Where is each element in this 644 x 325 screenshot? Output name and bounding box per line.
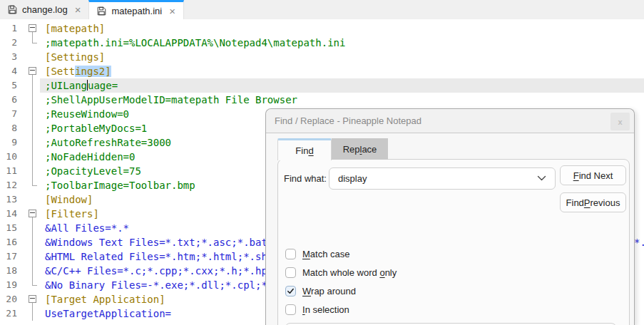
line-number: 10 <box>0 150 19 164</box>
checkbox-label: Match case <box>302 249 350 259</box>
match-whole-word-only-checkbox[interactable]: Match whole word only <box>285 267 397 279</box>
tab-bar: change.log×matepath.ini× <box>0 0 644 19</box>
code-text: [Settings] <box>40 50 644 64</box>
line-number: 17 <box>0 249 19 264</box>
checkbox-label: In selection <box>302 304 349 315</box>
fold-margin <box>19 93 40 107</box>
line-number: 21 <box>0 306 19 321</box>
line-number: 1 <box>0 21 19 36</box>
fold-margin <box>19 78 40 93</box>
fold-collapse-icon[interactable] <box>29 210 36 217</box>
code-line[interactable]: 6;ShellAppUserModelID=matepath File Brow… <box>0 93 644 107</box>
line-number: 6 <box>0 93 19 107</box>
checkbox-unchecked[interactable] <box>285 304 296 315</box>
line-number: 18 <box>0 264 19 278</box>
fold-margin <box>19 306 40 321</box>
match-case-checkbox[interactable]: Match case <box>285 248 397 260</box>
fold-margin <box>19 164 40 178</box>
fold-collapse-icon[interactable] <box>29 295 36 303</box>
line-number: 8 <box>0 121 19 135</box>
close-icon[interactable]: × <box>75 4 81 15</box>
tab-label: change.log <box>22 4 68 15</box>
close-icon: x <box>618 118 622 126</box>
fold-collapse-icon[interactable] <box>29 24 36 32</box>
in-selection-checkbox[interactable]: In selection <box>285 304 397 316</box>
dialog-panel: Find what: display Find NextFind Previou… <box>277 159 630 325</box>
dialog-buttons: Find NextFind Previous <box>560 165 626 212</box>
dialog-titlebar[interactable]: Find / Replace - Pineapple Notepad <box>266 109 634 133</box>
save-icon <box>97 6 106 16</box>
code-text: ;matepath.ini=%LOCALAPPDATA%\Notepad4\ma… <box>40 36 644 50</box>
fold-margin <box>19 264 40 278</box>
line-number: 12 <box>0 178 19 192</box>
fold-margin <box>19 64 40 78</box>
dialog-tab-replace[interactable]: Replace <box>332 138 388 160</box>
line-number: 4 <box>0 64 19 78</box>
find-replace-dialog: Find / Replace - Pineapple Notepad x Fin… <box>265 108 635 325</box>
fold-margin <box>19 178 40 192</box>
save-icon <box>8 5 17 14</box>
dialog-checkboxes: Match caseMatch whole word onlyWrap arou… <box>285 248 397 316</box>
code-line[interactable]: 2;matepath.ini=%LOCALAPPDATA%\Notepad4\m… <box>0 36 644 50</box>
fold-margin <box>19 278 40 292</box>
fold-margin <box>19 235 40 249</box>
line-number: 20 <box>0 292 19 306</box>
fold-margin <box>19 121 40 135</box>
code-line[interactable]: 1[matepath] <box>0 21 644 36</box>
code-line[interactable]: 3[Settings] <box>0 50 644 64</box>
line-number: 14 <box>0 207 19 221</box>
line-number: 3 <box>0 50 19 64</box>
line-number: 19 <box>0 278 19 292</box>
app-window: change.log×matepath.ini× 1[matepath]2;ma… <box>0 0 644 325</box>
find-what-label: Find what: <box>284 173 327 184</box>
line-number: 5 <box>0 78 19 93</box>
chevron-down-icon <box>537 175 546 182</box>
fold-margin <box>19 50 40 64</box>
checkbox-checked[interactable] <box>285 286 296 296</box>
line-number: 7 <box>0 107 19 121</box>
dialog-tabs: FindReplace <box>277 138 388 160</box>
checkbox-unchecked[interactable] <box>285 267 296 278</box>
dialog-close-button[interactable]: x <box>610 113 630 130</box>
code-text: ;ShellAppUserModelID=matepath File Brows… <box>40 93 644 107</box>
line-number: 16 <box>0 235 19 249</box>
code-line[interactable]: 4[Settings2] <box>0 64 644 78</box>
line-number: 2 <box>0 36 19 50</box>
fold-margin <box>19 207 40 221</box>
dialog-tab-find[interactable]: Find <box>277 138 332 160</box>
find-what-value: display <box>338 173 537 184</box>
find-previous-button[interactable]: Find Previous <box>560 192 626 212</box>
fold-margin <box>19 221 40 235</box>
line-number: 15 <box>0 221 19 235</box>
line-number: 11 <box>0 164 19 178</box>
code-text: [Settings2] <box>40 64 644 78</box>
check-icon <box>287 287 295 295</box>
line-number: 9 <box>0 135 19 150</box>
fold-collapse-icon[interactable] <box>29 67 36 75</box>
checkbox-label: Match whole word only <box>302 267 397 278</box>
dialog-title: Find / Replace - Pineapple Notepad <box>275 115 421 126</box>
fold-margin <box>19 249 40 264</box>
line-number: 13 <box>0 192 19 207</box>
code-line[interactable]: 5;UILanguage= <box>0 78 644 93</box>
fold-margin <box>19 192 40 207</box>
close-icon[interactable]: × <box>169 6 175 16</box>
find-next-button[interactable]: Find Next <box>560 165 626 185</box>
code-text: ;UILanguage= <box>40 78 644 93</box>
fold-margin <box>19 107 40 121</box>
tab-matepath.ini[interactable]: matepath.ini× <box>88 0 184 19</box>
tab-change.log[interactable]: change.log× <box>0 0 88 19</box>
fold-margin <box>19 150 40 164</box>
checkbox-label: Wrap around <box>302 286 356 296</box>
fold-margin <box>19 135 40 150</box>
fold-margin <box>19 21 40 36</box>
fold-margin <box>19 36 40 50</box>
wrap-around-checkbox[interactable]: Wrap around <box>285 285 397 297</box>
find-what-combobox[interactable]: display <box>329 167 556 190</box>
fold-margin <box>19 292 40 306</box>
code-text: [matepath] <box>40 21 644 36</box>
checkbox-unchecked[interactable] <box>285 249 296 259</box>
tab-label: matepath.ini <box>111 6 162 16</box>
